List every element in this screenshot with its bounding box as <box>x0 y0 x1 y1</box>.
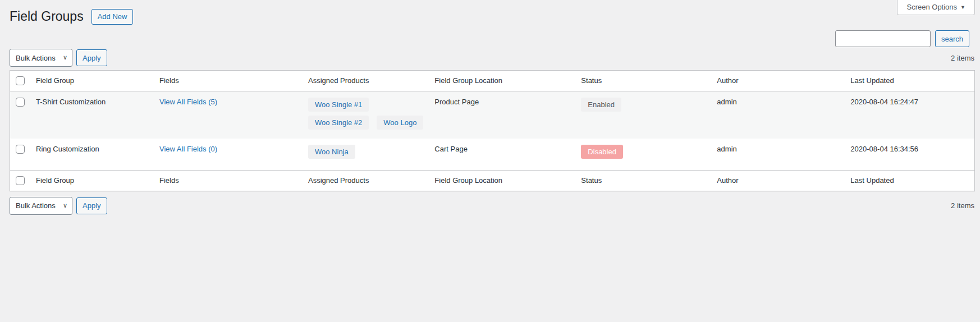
items-count: 2 items <box>951 201 975 210</box>
column-header-status: Status <box>575 71 711 91</box>
screen-options-button[interactable]: Screen Options▼ <box>897 0 975 15</box>
product-chip: Woo Logo <box>377 116 423 130</box>
view-all-fields-link[interactable]: View All Fields (5) <box>159 98 217 106</box>
column-header-author: Author <box>711 71 845 91</box>
tablenav-top: Bulk Actions ∨ Apply 2 items <box>10 49 975 67</box>
table-row: Ring Customization View All Fields (0) W… <box>10 139 975 171</box>
last-updated-cell: 2020-08-04 16:24:47 <box>845 91 974 139</box>
column-footer-last-updated: Last Updated <box>845 171 974 191</box>
field-group-location: Product Page <box>429 91 575 139</box>
assigned-products-list: Woo Single #1 Woo Single #2Woo Logo <box>308 98 423 134</box>
assigned-products-list: Woo Ninja <box>308 145 423 163</box>
status-badge: Enabled <box>581 98 621 112</box>
select-all-checkbox[interactable] <box>16 176 25 185</box>
screen-options-label: Screen Options <box>906 3 957 11</box>
screen-options-caret-icon: ▼ <box>960 4 965 10</box>
bulk-actions-bottom: Bulk Actions ∨ Apply <box>10 197 107 215</box>
field-group-location: Cart Page <box>429 139 575 171</box>
column-footer-assigned-products: Assigned Products <box>303 171 429 191</box>
status-badge: Disabled <box>581 145 623 159</box>
field-groups-page: Screen Options▼ Field Groups Add New sea… <box>0 0 980 215</box>
select-row-checkbox[interactable] <box>16 145 25 154</box>
tablenav-bottom: Bulk Actions ∨ Apply 2 items <box>10 197 975 215</box>
column-header-last-updated: Last Updated <box>845 71 974 91</box>
search-box: search <box>10 30 969 47</box>
field-group-name: Ring Customization <box>30 139 154 171</box>
column-header-fields: Fields <box>154 71 303 91</box>
select-all-checkbox[interactable] <box>16 76 25 85</box>
column-header-assigned-products: Assigned Products <box>303 71 429 91</box>
column-footer-fields: Fields <box>154 171 303 191</box>
table-footer: Field Group Fields Assigned Products Fie… <box>10 171 975 191</box>
table-header: Field Group Fields Assigned Products Fie… <box>10 71 975 91</box>
column-footer-location: Field Group Location <box>429 171 575 191</box>
column-footer-field-group: Field Group <box>30 171 154 191</box>
product-chip: Woo Ninja <box>308 145 355 159</box>
column-footer-status: Status <box>575 171 711 191</box>
apply-button[interactable]: Apply <box>76 49 107 66</box>
bulk-actions-select[interactable]: Bulk Actions <box>10 197 72 215</box>
author-cell: admin <box>711 91 845 139</box>
search-input[interactable] <box>835 30 931 47</box>
field-groups-table: Field Group Fields Assigned Products Fie… <box>10 70 975 191</box>
page-header: Field Groups Add New <box>10 8 975 26</box>
bulk-actions-top: Bulk Actions ∨ Apply <box>10 49 107 67</box>
search-button[interactable]: search <box>935 30 969 47</box>
add-new-button[interactable]: Add New <box>91 9 134 25</box>
apply-button[interactable]: Apply <box>76 197 107 214</box>
bulk-actions-select[interactable]: Bulk Actions <box>10 49 72 67</box>
author-cell: admin <box>711 139 845 171</box>
product-chip: Woo Single #2 <box>308 116 369 130</box>
table-row: T-Shirt Customization View All Fields (5… <box>10 91 975 139</box>
select-row-checkbox[interactable] <box>16 98 25 107</box>
product-chip: Woo Single #1 <box>308 98 369 112</box>
column-header-location: Field Group Location <box>429 71 575 91</box>
last-updated-cell: 2020-08-04 16:34:56 <box>845 139 974 171</box>
items-count: 2 items <box>951 54 975 62</box>
column-footer-author: Author <box>711 171 845 191</box>
view-all-fields-link[interactable]: View All Fields (0) <box>159 145 217 153</box>
column-header-field-group: Field Group <box>30 71 154 91</box>
page-title: Field Groups <box>10 8 84 25</box>
field-group-name: T-Shirt Customization <box>30 91 154 139</box>
